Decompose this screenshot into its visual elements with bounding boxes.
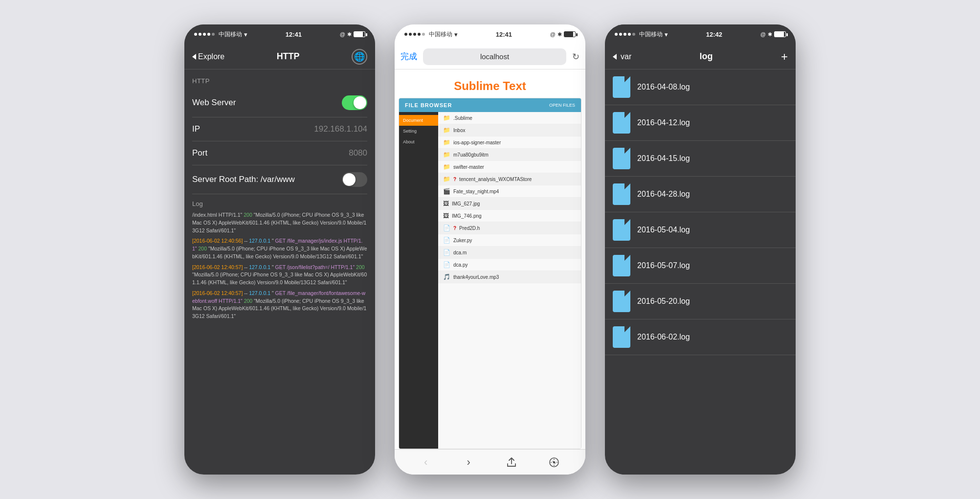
web-server-toggle[interactable] [342, 95, 367, 110]
file-icon-7: 🎬 [443, 188, 450, 195]
fb-file-ios-signer[interactable]: 📁 ios-app-signer-master [438, 136, 581, 149]
fb-sidebar-document[interactable]: Document [399, 115, 438, 126]
file-icon-log-6 [613, 255, 630, 276]
file-name-inbox: Inbox [453, 128, 465, 133]
back-btn[interactable]: ‹ [417, 454, 435, 471]
nav-bar-1: Explore HTTP 🌐 [184, 44, 375, 69]
globe-icon-1[interactable]: 🌐 [352, 49, 367, 65]
sublime-header: Sublime Text [395, 69, 585, 98]
battery-fill-1 [354, 32, 363, 37]
file-icon-log-4 [613, 183, 630, 205]
section-http-label: HTTP [192, 77, 367, 85]
forward-btn[interactable]: › [460, 454, 477, 471]
fb-file-zuker[interactable]: 📄 Zuker.py [438, 234, 581, 247]
file-name-3: ios-app-signer-master [453, 140, 501, 145]
dot1 [194, 33, 197, 36]
file-name-10: Pred2D.h [459, 226, 480, 231]
status-left-2: 中国移动 ▾ [404, 30, 458, 39]
fb-file-pred2d[interactable]: 📄 ? Pred2D.h [438, 222, 581, 234]
file-icon-log-8 [613, 326, 630, 348]
bt-icon-1: ✱ [347, 31, 352, 38]
list-item-5[interactable]: 2016-05-04.log [605, 212, 796, 248]
reload-button[interactable]: ↻ [572, 51, 579, 62]
file-icon-log-5 [613, 219, 630, 241]
fb-file-img627[interactable]: 🖼 IMG_627.jpg [438, 198, 581, 210]
browser-bar: 完成 localhost ↻ [395, 44, 585, 69]
fb-file-m7ua[interactable]: 📁 m7ua80gbu9itm [438, 149, 581, 161]
log-content: /index.html HTTP/1.1" 200 "Mozilla/5.0 (… [192, 211, 367, 320]
carrier-3: 中国移动 [639, 30, 663, 39]
dot-2-1 [404, 33, 407, 36]
dot-2-2 [409, 33, 412, 36]
fb-file-sublime[interactable]: 📁 .Sublime [438, 112, 581, 124]
list-item-8[interactable]: 2016-06-02.log [605, 319, 796, 355]
compass-btn[interactable] [545, 454, 563, 471]
file-name-13: dca.py [453, 262, 468, 268]
status-bar-3: 中国移动 ▾ 12:42 @ ✱ [605, 24, 796, 44]
battery-3 [774, 31, 786, 37]
fb-file-thank4[interactable]: 🎵 thank4yourLove.mp3 [438, 271, 581, 283]
at-icon-1: @ [340, 31, 345, 37]
back-button-1[interactable]: Explore [192, 52, 224, 61]
file-icon-log-1 [613, 76, 630, 98]
at-icon-3: @ [760, 31, 766, 37]
fb-body: Document Setting About 📁 .Sublime 📁 Inbo… [399, 112, 581, 449]
list-item-1[interactable]: 2016-04-08.log [605, 69, 796, 105]
url-text: localhost [480, 52, 509, 61]
done-button[interactable]: 完成 [401, 51, 417, 62]
folder-icon-1: 📁 [443, 114, 450, 121]
time-2: 12:41 [496, 31, 512, 38]
file-name-9: IMG_746.png [452, 213, 482, 219]
log-line-3: [2016-06-02 12:40:57] -- 127.0.0.1 " GET… [192, 264, 367, 287]
share-btn[interactable] [503, 454, 520, 471]
chevron-icon-3 [613, 54, 617, 60]
question-icon-1: ? [453, 177, 456, 182]
fb-title: FILE BROWSER [405, 102, 452, 108]
fb-file-fate[interactable]: 🎬 Fate_stay_night.mp4 [438, 185, 581, 198]
fb-file-swifter[interactable]: 📁 swifter-master [438, 161, 581, 173]
list-item-2[interactable]: 2016-04-12.log [605, 105, 796, 141]
list-item-4[interactable]: 2016-04-28.log [605, 177, 796, 212]
fb-file-img746[interactable]: 🖼 IMG_746.png [438, 210, 581, 222]
url-bar[interactable]: localhost [423, 48, 566, 65]
fb-file-inbox[interactable]: 📁 Inbox [438, 124, 581, 136]
file-name-14: thank4yourLove.mp3 [453, 274, 499, 280]
add-button-3[interactable]: + [781, 50, 788, 64]
fb-files-list: 📁 .Sublime 📁 Inbox 📁 ios-app-signer-mast… [438, 112, 581, 449]
status-right-3: @ ✱ [760, 31, 786, 38]
file-icon-13: 📄 [443, 261, 450, 268]
file-name-12: dca.m [453, 250, 467, 255]
browser-toolbar: ‹ › [395, 449, 585, 475]
dot3 [203, 33, 206, 36]
status-left-3: 中国移动 ▾ [615, 30, 668, 39]
log-line-1: /index.html HTTP/1.1" 200 "Mozilla/5.0 (… [192, 211, 367, 234]
file-name-log-5: 2016-05-04.log [637, 226, 690, 234]
back-button-3[interactable]: var [613, 52, 631, 61]
list-item-6[interactable]: 2016-05-07.log [605, 248, 796, 284]
file-icon-log-7 [613, 291, 630, 312]
fb-file-tencent[interactable]: 📁 ? tencent_analysis_WXOMTAStore [438, 173, 581, 185]
list-item-7[interactable]: 2016-05-20.log [605, 284, 796, 319]
bt-icon-2: ✱ [557, 31, 562, 38]
server-root-toggle[interactable] [342, 172, 367, 187]
wifi-icon-1: ▾ [244, 31, 247, 38]
list-item-3[interactable]: 2016-04-15.log [605, 141, 796, 177]
signal-dots-3 [615, 33, 635, 36]
file-browser-widget: FILE BROWSER OPEN FILES Document Setting… [399, 98, 581, 449]
folder-icon-2: 📁 [443, 127, 450, 134]
fb-sidebar-setting[interactable]: Setting [399, 126, 438, 136]
fb-file-dcapy[interactable]: 📄 dca.py [438, 259, 581, 271]
folder-icon-3: 📁 [443, 139, 450, 146]
fb-sidebar-about[interactable]: About [399, 136, 438, 147]
dot-3-2 [619, 33, 622, 36]
toggle-knob-sr [343, 173, 356, 186]
dot2 [199, 33, 201, 36]
bt-icon-3: ✱ [768, 31, 772, 38]
fb-file-dcam[interactable]: 📄 dca.m [438, 247, 581, 259]
fb-open-files: OPEN FILES [549, 103, 575, 108]
file-icon-9: 🖼 [443, 212, 449, 219]
dot-2-4 [418, 33, 421, 36]
status-right-2: @ ✱ [550, 31, 576, 38]
file-name-6: tencent_analysis_WXOMTAStore [459, 177, 532, 182]
web-server-label: Web Server [192, 98, 236, 108]
